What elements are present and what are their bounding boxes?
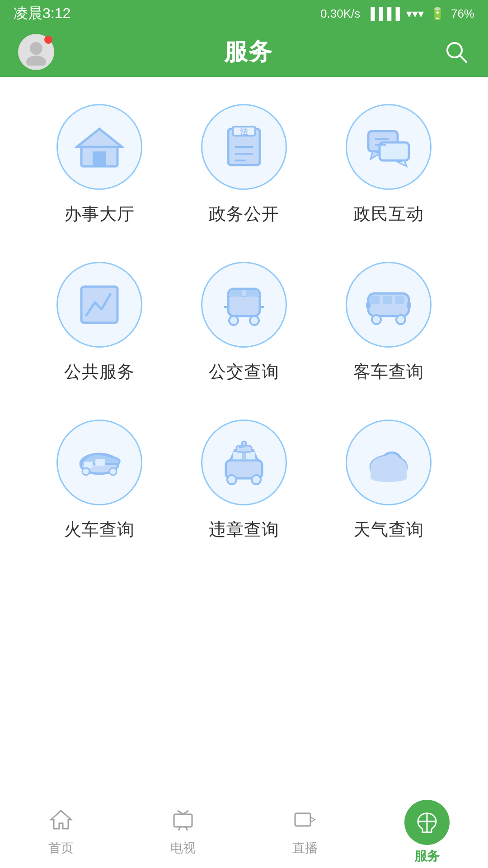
gov-open-label: 政务公开: [209, 203, 279, 226]
notification-badge: [44, 36, 52, 44]
weather-query-label: 天气查询: [353, 518, 424, 541]
svg-point-40: [109, 468, 117, 475]
office-hall-icon-circle: [56, 104, 142, 190]
train-query-item[interactable]: 火车查询: [41, 420, 158, 541]
svg-rect-38: [95, 459, 105, 466]
svg-point-33: [396, 315, 405, 324]
public-service-item[interactable]: 公共服务: [41, 262, 158, 383]
status-time: 凌晨3:12: [14, 4, 70, 24]
nav-tv[interactable]: 电视: [133, 808, 233, 857]
wifi-icon: ▾▾▾: [406, 7, 424, 21]
nav-home-label: 首页: [48, 840, 74, 857]
bus-icon: [219, 280, 269, 330]
bus-query-icon-circle: [201, 262, 287, 348]
gov-interact-item[interactable]: 政民互动: [330, 104, 447, 226]
office-hall-item[interactable]: 办事大厅: [41, 104, 158, 226]
svg-text:法: 法: [240, 127, 249, 137]
public-service-icon-circle: [56, 262, 142, 348]
coach-icon: [364, 280, 413, 330]
tv-icon: [171, 808, 195, 835]
svg-point-24: [229, 316, 238, 325]
coach-query-label: 客车查询: [353, 360, 424, 383]
svg-rect-30: [383, 296, 392, 304]
live-icon: [293, 808, 317, 835]
svg-line-3: [460, 55, 466, 62]
grid-row-3: 火车查询 违章查询: [27, 420, 461, 541]
svg-point-47: [242, 441, 246, 446]
svg-point-44: [227, 475, 236, 484]
gov-interact-icon-circle: [346, 104, 432, 190]
service-icon: [413, 809, 441, 836]
svg-rect-48: [239, 447, 244, 448]
weather-query-icon-circle: [346, 420, 432, 505]
svg-point-25: [250, 316, 259, 325]
train-icon: [75, 438, 124, 487]
header: 服务: [0, 27, 488, 77]
svg-rect-34: [366, 302, 371, 308]
network-speed: 0.30K/s: [320, 7, 360, 21]
building-icon: [75, 122, 124, 172]
status-bar: 凌晨3:12 0.30K/s ▐▐▐▐ ▾▾▾ 🔋 76%: [0, 0, 488, 27]
violation-query-item[interactable]: 违章查询: [185, 420, 303, 541]
nav-service-label: 服务: [414, 848, 440, 865]
bottom-nav: 首页 电视 直播: [0, 796, 488, 868]
svg-rect-22: [230, 290, 242, 297]
svg-rect-56: [174, 814, 192, 827]
page-title: 服务: [224, 36, 273, 68]
status-right: 0.30K/s ▐▐▐▐ ▾▾▾ 🔋 76%: [320, 7, 474, 21]
svg-point-54: [371, 475, 407, 482]
svg-marker-5: [77, 129, 122, 147]
svg-point-39: [82, 468, 89, 475]
battery-percent: 76%: [451, 7, 474, 21]
grid-row-1: 办事大厅 法 政务公开: [27, 104, 461, 226]
svg-rect-19: [81, 287, 117, 323]
nav-tv-label: 电视: [170, 840, 196, 857]
weather-query-item[interactable]: 天气查询: [330, 420, 447, 541]
coach-query-item[interactable]: 客车查询: [330, 262, 447, 383]
chat-icon: [364, 122, 413, 172]
svg-point-32: [372, 315, 381, 324]
svg-point-0: [30, 42, 42, 55]
bus-query-item[interactable]: 公交查询: [185, 262, 303, 383]
svg-marker-55: [51, 811, 71, 829]
law-icon: 法: [219, 122, 269, 172]
svg-point-45: [252, 475, 261, 484]
battery-icon: 🔋: [430, 7, 445, 21]
gov-interact-label: 政民互动: [353, 203, 424, 226]
grid-row-2: 公共服务 公交查询: [27, 262, 461, 383]
nav-home[interactable]: 首页: [11, 808, 111, 857]
public-service-label: 公共服务: [64, 360, 135, 383]
svg-rect-46: [236, 446, 252, 452]
main-content: 办事大厅 法 政务公开: [0, 77, 488, 796]
svg-rect-6: [93, 151, 106, 166]
coach-query-icon-circle: [346, 262, 432, 348]
svg-marker-16: [398, 160, 407, 166]
svg-rect-42: [233, 452, 242, 459]
svg-rect-61: [295, 813, 310, 826]
signal-icon: ▐▐▐▐: [366, 7, 400, 21]
car-violation-icon: [219, 438, 269, 487]
gov-open-icon-circle: 法: [201, 104, 287, 190]
nav-live[interactable]: 直播: [255, 808, 355, 857]
violation-query-label: 违章查询: [209, 518, 279, 541]
bus-query-label: 公交查询: [209, 360, 279, 383]
svg-rect-35: [407, 302, 411, 308]
gov-open-item[interactable]: 法 政务公开: [185, 104, 303, 226]
svg-rect-43: [246, 452, 255, 459]
train-query-label: 火车查询: [64, 518, 135, 541]
nav-live-label: 直播: [292, 840, 318, 857]
service-active-bg: [404, 800, 450, 845]
cloud-icon: [364, 438, 413, 487]
search-button[interactable]: [443, 38, 470, 66]
avatar[interactable]: [18, 34, 54, 70]
svg-rect-23: [246, 290, 258, 297]
svg-rect-31: [395, 296, 404, 304]
nav-service[interactable]: 服务: [377, 800, 477, 865]
svg-rect-29: [371, 296, 380, 304]
home-icon: [49, 808, 73, 835]
train-query-icon-circle: [56, 420, 142, 505]
svg-point-1: [26, 56, 46, 66]
office-hall-label: 办事大厅: [64, 203, 135, 226]
violation-query-icon-circle: [201, 420, 287, 505]
svg-rect-37: [84, 462, 93, 468]
